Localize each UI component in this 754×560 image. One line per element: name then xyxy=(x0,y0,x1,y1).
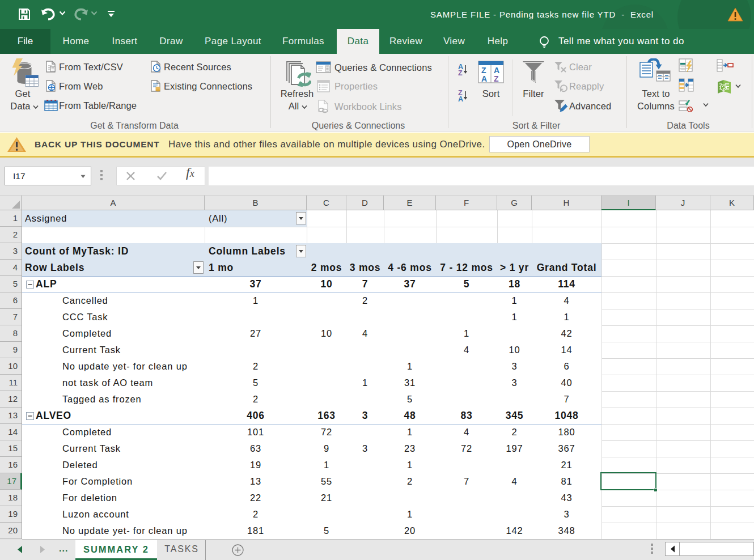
svg-text:A: A xyxy=(458,95,463,101)
svg-text:A: A xyxy=(481,74,487,83)
svg-text:A: A xyxy=(494,66,499,75)
svg-text:Z: Z xyxy=(458,69,463,75)
svg-text:Z: Z xyxy=(481,66,486,75)
svg-text:Z: Z xyxy=(494,74,499,83)
